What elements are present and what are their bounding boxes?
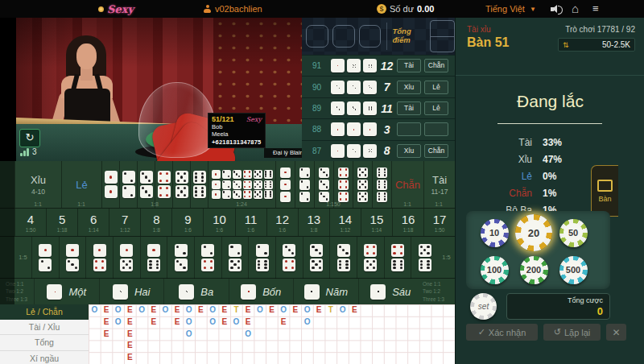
dice-slot [306, 25, 328, 48]
bet-cell-double-1[interactable] [101, 161, 119, 208]
bet-cell-triple-5[interactable] [353, 161, 372, 208]
bet-cell-pair-1-2[interactable] [31, 237, 59, 279]
bet-cell-total-15[interactable]: 151:14 [361, 209, 392, 236]
roadmap-tab[interactable]: Xí ngầu [0, 351, 89, 364]
die-6 [337, 259, 350, 271]
bet-cell-pair-4-6[interactable] [384, 237, 411, 279]
die-1 [66, 244, 79, 257]
bet-odds: 1:150 [316, 201, 351, 207]
bet-cell-triple-1[interactable] [275, 161, 295, 208]
bet-cell-total-5[interactable]: 51:18 [46, 209, 77, 236]
bet-cell-pair-2-6[interactable] [248, 237, 275, 279]
total-odds: 1:8 [310, 227, 317, 233]
bet-cell-total-4[interactable]: 41:50 [14, 209, 46, 236]
die-1 [280, 192, 291, 202]
bet-cell-triple-6[interactable] [372, 161, 391, 208]
bet-cell-pair-1-3[interactable] [59, 237, 86, 279]
road-mark-E: E [313, 304, 325, 316]
account-info[interactable]: v02bachlien [203, 0, 262, 18]
bet-cell-pair-2-3[interactable] [167, 237, 194, 279]
username: v02bachlien [215, 4, 262, 14]
logo-icon [98, 6, 104, 12]
die-6 [147, 259, 160, 271]
bet-cell-double-6[interactable] [190, 161, 208, 208]
bet-odds: 1:1 [20, 201, 56, 207]
bet-cell-pair-5-6[interactable] [411, 237, 438, 279]
total-number: 13 [307, 213, 320, 226]
confirm-bet-button[interactable]: ✓ Xác nhận [466, 324, 538, 341]
die-1 [280, 168, 291, 178]
bet-cell-double-5[interactable] [172, 161, 190, 208]
chip-100[interactable]: 100 [481, 256, 509, 284]
menu-icon: ≡ [592, 0, 599, 18]
roadmap-tab[interactable]: Lẻ / Chẵn [0, 304, 89, 320]
total-odds: 1:12 [120, 227, 130, 233]
chip-500[interactable]: 500 [559, 256, 588, 284]
bet-cell-pair-1-4[interactable] [85, 237, 113, 279]
bet-cell-total-7[interactable]: 71:12 [109, 209, 140, 236]
die-3 [283, 244, 295, 257]
bet-cell-double-2[interactable] [119, 161, 137, 208]
top-bar: Sexy v02bachlien $ Số dư 0.00 Tiếng Việt… [0, 0, 644, 18]
triple-column [233, 170, 242, 199]
bet-cell-single-1[interactable]: Một [34, 279, 99, 305]
bet-cell-total-14[interactable]: 141:12 [329, 209, 361, 236]
logo-text: Sexy [107, 3, 134, 15]
bet-cell-single-5[interactable]: Năm [293, 279, 358, 305]
road-mark-E: E [266, 304, 278, 316]
die-1 [47, 284, 62, 300]
bet-cell-single-4[interactable]: Bốn [229, 279, 294, 305]
roadmap-tab[interactable]: Tổng [0, 335, 89, 351]
bet-cell-pair-3-5[interactable] [303, 237, 330, 279]
cancel-bet-button[interactable]: ✕ [606, 324, 626, 341]
die-5 [175, 185, 188, 198]
bet-cell-total-8[interactable]: 81:8 [140, 209, 171, 236]
die-1 [347, 122, 361, 136]
bet-cell-single-6[interactable]: Sáu [358, 279, 423, 305]
bet-cell-total-10[interactable]: 101:6 [203, 209, 234, 236]
road-mark-E: E [124, 304, 136, 316]
die-3 [233, 170, 242, 179]
die-1 [280, 180, 291, 190]
road-mark-E: E [124, 316, 136, 329]
total-odds: 1:50 [26, 227, 36, 233]
bet-cell-single-3[interactable]: Ba [163, 279, 229, 305]
bet-cell-total-13[interactable]: 131:8 [298, 209, 329, 236]
die-5 [304, 284, 320, 300]
bet-cell-triple-2[interactable] [295, 161, 314, 208]
bet-cell-pair-4-5[interactable] [357, 237, 384, 279]
bet-cell-pair-1-6[interactable] [140, 237, 167, 279]
die-3 [140, 171, 153, 184]
bet-cell-single-2[interactable]: Hai [99, 279, 164, 305]
repeat-bet-button[interactable]: ↺ Lặp lại [543, 324, 601, 341]
bet-cell-total-11[interactable]: 111:6 [235, 209, 266, 236]
chip-10[interactable]: 10 [481, 219, 509, 247]
menu-button[interactable]: ≡ [592, 0, 599, 18]
bet-cell-total-9[interactable]: 91:6 [171, 209, 203, 236]
bet-cell-total-17[interactable]: 171:50 [423, 209, 455, 236]
chip-50[interactable]: 50 [559, 219, 588, 247]
roadmap-tab[interactable]: Tài / Xỉu [0, 320, 89, 336]
reload-video-button[interactable]: ↻ [19, 129, 40, 147]
home-button[interactable]: ⌂ [572, 0, 579, 18]
tables-side-tab[interactable]: Bàn [591, 165, 618, 217]
bet-limit-selector[interactable]: ⇅ 50-2.5K [558, 38, 635, 52]
chip-value: 200 [524, 260, 543, 279]
language-selector[interactable]: Tiếng Việt ▼ [485, 0, 536, 18]
die-4 [243, 190, 252, 199]
bet-cell-pair-2-4[interactable] [194, 237, 221, 279]
road-mark-O: O [230, 316, 242, 329]
chip-20[interactable]: 20 [515, 214, 552, 251]
bet-cell-pair-3-4[interactable] [275, 237, 303, 279]
custom-chip-button[interactable]: set [470, 293, 497, 320]
bet-cell-total-6[interactable]: 61:14 [77, 209, 109, 236]
bet-cell-pair-2-5[interactable] [221, 237, 249, 279]
sound-button[interactable] [551, 0, 562, 18]
bet-cell-total-16[interactable]: 161:18 [392, 209, 423, 236]
chip-value: 20 [521, 220, 546, 245]
bet-cell-pair-1-5[interactable] [113, 237, 140, 279]
repeat-label: Lặp lại [564, 328, 590, 337]
bet-cell-pair-3-6[interactable] [329, 237, 357, 279]
bet-cell-total-12[interactable]: 121:6 [266, 209, 298, 236]
chip-200[interactable]: 200 [520, 256, 548, 284]
